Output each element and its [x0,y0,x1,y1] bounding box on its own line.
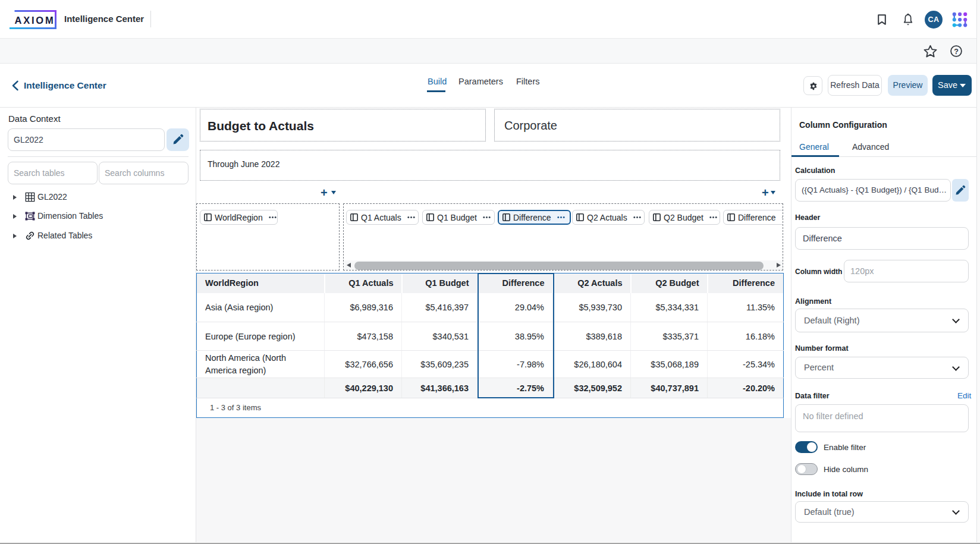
svg-text:AXIOM: AXIOM [14,15,55,26]
svg-text:?: ? [954,48,959,56]
